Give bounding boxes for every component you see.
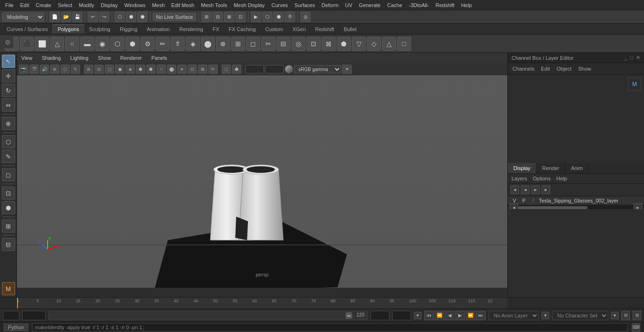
vp-motion-icon[interactable]: ⟳ (208, 65, 218, 74)
menu-mesh-tools[interactable]: Mesh Tools (198, 1, 230, 9)
menu-display[interactable]: Display (98, 1, 121, 9)
vp-menu-shading[interactable]: Shading (40, 54, 63, 62)
vp-grid-icon[interactable]: ⊞ (84, 65, 93, 74)
menu-edit-mesh[interactable]: Edit Mesh (168, 1, 198, 9)
vp-bookmark-icon[interactable]: ⬡ (60, 65, 70, 74)
scroll-thumb[interactable] (518, 206, 587, 209)
menu-3dtoall[interactable]: -3DtoAll- (405, 1, 432, 9)
cb-tab-show[interactable]: Show (576, 65, 593, 73)
shelf-gear[interactable]: ⚙ (140, 37, 155, 51)
step-back-btn[interactable]: ⏪ (435, 311, 444, 320)
tab-display[interactable]: Display (508, 163, 537, 173)
vp-film-icon[interactable]: 🎬 (29, 65, 39, 74)
shelf-extrude[interactable]: ⇑ (171, 37, 185, 51)
shelf-tab-bullet[interactable]: Bullet (339, 25, 362, 33)
layers-scrollbar[interactable]: ◄ ► (508, 205, 644, 209)
shelf-tab-xgen[interactable]: XGen (288, 25, 310, 33)
layer-row-item[interactable]: V P / Tesla_Sipping_Glasses_002_layer (508, 196, 644, 205)
shelf-cleanup[interactable]: ◇ (367, 37, 381, 51)
vp-scale-field[interactable]: 1.00 (265, 65, 284, 73)
menu-select[interactable]: Select (55, 1, 76, 9)
layer-scroll-right-btn[interactable]: ► (531, 186, 540, 194)
vp-offset-field[interactable]: 0.00 (245, 65, 264, 73)
vp-solid-icon[interactable]: ◼ (115, 65, 124, 74)
show-manip-tool[interactable]: ⊕ (2, 117, 15, 130)
settings-btn[interactable]: ⚙ (633, 311, 641, 320)
timeline-playhead[interactable] (17, 298, 18, 309)
anim-layer-dropdown[interactable]: No Anim Layer (488, 311, 539, 320)
shelf-tab-fx-caching[interactable]: FX Caching (224, 25, 260, 33)
shelf-connect[interactable]: ⊟ (276, 37, 290, 51)
script-editor-btn[interactable]: ⌨ (632, 323, 640, 332)
maya-icon[interactable]: M (2, 282, 15, 295)
menu-surfaces[interactable]: Surfaces (291, 1, 318, 9)
vp-texture-icon[interactable]: ◈ (125, 65, 135, 74)
vp-track-icon[interactable]: ⊕ (50, 65, 59, 74)
option-layers[interactable]: Layers (512, 176, 527, 181)
menu-cache[interactable]: Cache (384, 1, 405, 9)
redo-btn[interactable]: ↪ (99, 12, 109, 22)
playback-range-bar[interactable]: 120 ▬ (49, 311, 368, 320)
shelf-tab-curves-surfaces[interactable]: Curves / Surfaces (2, 25, 52, 33)
char-set-arrow[interactable]: ▼ (611, 312, 619, 319)
snap-together[interactable]: ◻ (2, 168, 15, 181)
undo-btn[interactable]: ↩ (88, 12, 98, 22)
panel-collapse-btn[interactable]: _ (624, 55, 627, 61)
vp-menu-lighting[interactable]: Lighting (68, 54, 91, 62)
play-back-btn[interactable]: ◀ (445, 311, 454, 320)
vp-light-icon[interactable]: ⬟ (136, 65, 145, 74)
menu-redshift[interactable]: Redshift (432, 1, 458, 9)
anim-layer-arrow[interactable]: ▼ (542, 312, 549, 319)
shelf-tab-rendering[interactable]: Rendering (174, 25, 208, 33)
vp-exposure-icon[interactable]: ● (177, 65, 187, 74)
select-tool-btn[interactable]: ⬡ (115, 12, 125, 22)
shelf-tab-sculpting[interactable]: Sculpting (84, 25, 115, 33)
annotation-tool[interactable]: ⊟ (2, 238, 15, 251)
move-tool[interactable]: ✛ (2, 69, 15, 82)
current-frame-field[interactable]: 1 (22, 311, 46, 320)
vp-menu-view[interactable]: View (19, 54, 35, 62)
vp-camera-icon[interactable]: 📷 (19, 65, 28, 74)
shelf-mirror[interactable]: ⊠ (322, 37, 336, 51)
shelf-pipe[interactable]: ⬡ (110, 37, 124, 51)
shelf-multicut[interactable]: ✂ (261, 37, 275, 51)
shelf-tab-rigging[interactable]: Rigging (115, 25, 142, 33)
shelf-tab-custom[interactable]: Custom (261, 25, 288, 33)
snap-curve-btn[interactable]: ⊟ (213, 12, 223, 22)
save-file-btn[interactable]: 💾 (72, 12, 83, 22)
xray-btn[interactable]: ◎ (300, 12, 311, 22)
menu-edit[interactable]: Edit (17, 1, 33, 9)
vp-view2-icon[interactable]: ✎ (71, 65, 80, 74)
panel-float-btn[interactable]: □ (630, 55, 633, 61)
lasso-select[interactable]: ⬡ (2, 135, 15, 148)
shelf-reduce[interactable]: ▽ (352, 37, 366, 51)
snap-point-btn[interactable]: ⊠ (224, 12, 234, 22)
vp-grid2-icon[interactable]: ⊟ (94, 65, 104, 74)
shelf-pen[interactable]: ✏ (156, 37, 170, 51)
char-set-dropdown[interactable]: No Character Set (552, 311, 608, 320)
shelf-triangulate[interactable]: △ (382, 37, 396, 51)
vp-colorspace-dropdown[interactable]: sRGB gamma (294, 65, 341, 73)
vp-bloom-icon[interactable]: ⊡ (188, 65, 197, 74)
vp-menu-panels[interactable]: Panels (149, 54, 170, 62)
go-end-btn[interactable]: ⏭ (476, 311, 486, 320)
shelf-bridge[interactable]: ⬤ (201, 37, 215, 51)
go-start-btn[interactable]: ⏮ (424, 311, 434, 320)
menu-windows[interactable]: Windows (121, 1, 149, 9)
shelf-tab-animation[interactable]: Animation (142, 25, 174, 33)
cb-tab-channels[interactable]: Channels (511, 65, 536, 73)
range-arrow[interactable]: ▼ (414, 312, 421, 319)
shelf-smooth[interactable]: ◻ (246, 37, 260, 51)
play-fwd-btn[interactable]: ▶ (455, 311, 465, 320)
vp-select-mask[interactable]: ⬡ (222, 65, 231, 74)
menu-mesh-display[interactable]: Mesh Display (231, 1, 268, 9)
menu-uv[interactable]: UV (342, 1, 355, 9)
redshift-icon[interactable]: ® (285, 12, 295, 22)
vp-audio-icon[interactable]: 🔊 (40, 65, 49, 74)
rotate-tool[interactable]: ↻ (2, 84, 15, 97)
vp-colorspace-arrow[interactable]: ▼ (342, 65, 352, 74)
tab-anim[interactable]: Anim (565, 163, 589, 173)
paint-select[interactable]: ✎ (2, 150, 15, 163)
range-btn[interactable]: ▬ (346, 312, 352, 319)
layer-scroll-left2-btn[interactable]: ◄ (521, 186, 529, 194)
